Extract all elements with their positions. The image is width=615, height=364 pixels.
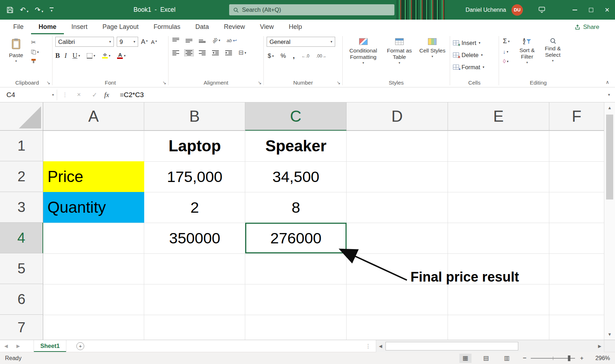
minimize-button[interactable] [566,0,583,20]
page-break-view-button[interactable]: ▥ [501,354,513,363]
horizontal-scrollbar-thumb[interactable] [385,342,518,350]
select-all-button[interactable] [0,102,43,131]
formula-input[interactable]: =C2*C3 [120,91,144,99]
wrap-text-button[interactable]: ab ↩ [226,37,238,44]
percent-style-button[interactable]: % [279,52,287,60]
avatar[interactable]: DU [511,4,523,16]
expand-formula-bar-button[interactable]: ▾ [608,92,610,97]
underline-button[interactable]: U ▾ [71,51,81,60]
sort-filter-button[interactable]: AZ Sort & Filter ▾ [514,37,540,78]
autosum-button[interactable]: Σ ▾ [502,37,511,46]
format-painter-button[interactable] [30,58,40,64]
align-right-button[interactable] [198,50,207,56]
paste-button[interactable]: Paste ▾ [5,37,27,63]
scroll-left-button[interactable]: ◀ [376,340,385,352]
fill-color-button[interactable]: ▾ [101,52,112,59]
row-header-6[interactable]: 6 [0,284,43,315]
increase-font-size-button[interactable]: A ▲ [141,38,148,46]
cell-C3[interactable]: 8 [245,192,347,223]
align-center-button[interactable] [185,50,193,56]
chevron-down-icon[interactable]: ▾ [41,10,43,13]
accounting-format-button[interactable]: $ ▾ [267,52,275,60]
cell-A2[interactable]: Price [43,161,144,192]
merge-center-button[interactable]: ⊟ ▾ [237,48,247,57]
cell-styles-button[interactable]: Cell Styles ▾ [418,37,447,78]
next-sheet-button[interactable]: ▶ [12,343,24,349]
column-header-B[interactable]: B [144,102,245,131]
new-sheet-button[interactable]: + [76,342,84,350]
close-button[interactable]: × [599,0,615,20]
previous-sheet-button[interactable]: ◀ [0,343,12,349]
enter-button[interactable]: ✓ [89,91,101,99]
cell-B4[interactable]: 350000 [144,223,245,253]
scroll-right-button[interactable]: ▶ [595,340,604,352]
tab-view[interactable]: View [252,20,281,34]
font-color-button[interactable]: A ▾ [116,52,127,60]
normal-view-button[interactable]: ▦ [459,354,472,363]
decrease-font-size-button[interactable]: A ▼ [151,39,157,45]
collapse-ribbon-button[interactable]: ∧ [606,79,609,85]
scroll-up-button[interactable]: ▲ [604,102,615,113]
column-header-D[interactable]: D [347,102,448,131]
insert-cells-button[interactable]: + Insert ▾ [453,37,496,49]
zoom-slider-thumb[interactable] [568,355,570,361]
save-button[interactable] [6,6,14,14]
increase-decimal-button[interactable]: ←.0 [301,53,311,59]
row-header-4[interactable]: 4 [0,223,43,253]
horizontal-scrollbar[interactable]: ◀ ▶ [376,340,604,352]
fill-button[interactable]: ↓ ▾ [502,48,511,55]
share-button[interactable]: Share [575,20,599,34]
align-left-button[interactable] [171,50,180,56]
tab-file[interactable]: File [6,20,31,34]
find-select-button[interactable]: Find & Select ▾ [540,37,566,78]
user-name[interactable]: Daniel Uchenna [465,7,506,13]
tab-insert[interactable]: Insert [64,20,95,34]
font-name-combo[interactable]: Calibri ▾ [55,37,114,47]
decrease-indent-button[interactable] [211,50,220,56]
row-header-3[interactable]: 3 [0,192,43,223]
column-header-C[interactable]: C [245,102,347,131]
italic-button[interactable]: I [65,52,67,60]
cell-C2[interactable]: 34,500 [245,161,347,192]
decrease-decimal-button[interactable]: .00→ [315,53,328,59]
tab-page-layout[interactable]: Page Layout [95,20,146,34]
customize-quick-access-button[interactable]: ▾ [50,7,54,12]
zoom-slider[interactable] [531,358,575,359]
bottom-align-button[interactable] [198,37,207,44]
font-size-combo[interactable]: 9 ▾ [117,37,138,47]
name-box[interactable]: C4 ▾ [4,90,57,100]
zoom-out-button[interactable]: − [523,354,527,362]
row-header-1[interactable]: 1 [0,131,43,161]
page-layout-view-button[interactable]: ▤ [480,354,492,363]
middle-align-button[interactable] [185,37,193,44]
column-header-A[interactable]: A [43,102,144,131]
copy-button[interactable]: ▾ [30,49,40,55]
undo-button[interactable]: ↶ ▾ [20,6,28,13]
search-box[interactable]: Search (Alt+Q) [229,4,394,15]
tab-help[interactable]: Help [281,20,309,34]
ribbon-display-options-button[interactable] [534,0,550,20]
row-header-7[interactable]: 7 [0,315,43,340]
column-header-F[interactable]: F [549,102,604,131]
borders-button[interactable]: ▾ [86,52,96,59]
format-cells-button[interactable]: ▪ Format ▾ [453,61,496,73]
zoom-level[interactable]: 296% [590,355,610,362]
delete-cells-button[interactable]: × Delete ▾ [453,49,496,61]
cancel-button[interactable]: × [73,91,85,98]
zoom-in-button[interactable]: + [580,355,584,362]
orientation-button[interactable]: ab ▾ [211,37,221,44]
comma-style-button[interactable]: , [292,51,296,61]
cell-C4-selected[interactable]: 276000 [245,223,347,253]
cell-B1[interactable]: Laptop [144,131,245,161]
tab-formulas[interactable]: Formulas [146,20,188,34]
cut-button[interactable]: ✂ [30,38,40,46]
format-as-table-button[interactable]: Format as Table ▾ [382,37,416,78]
cell-C1[interactable]: Speaker [245,131,347,161]
bold-button[interactable]: B [55,52,60,60]
sheet-tab-sheet1[interactable]: Sheet1 [34,340,66,352]
cell-B3[interactable]: 2 [144,192,245,223]
fill-handle[interactable] [344,251,348,254]
number-format-combo[interactable]: General ▾ [267,37,335,47]
column-header-E[interactable]: E [448,102,549,131]
insert-function-button[interactable]: fx [104,91,109,99]
